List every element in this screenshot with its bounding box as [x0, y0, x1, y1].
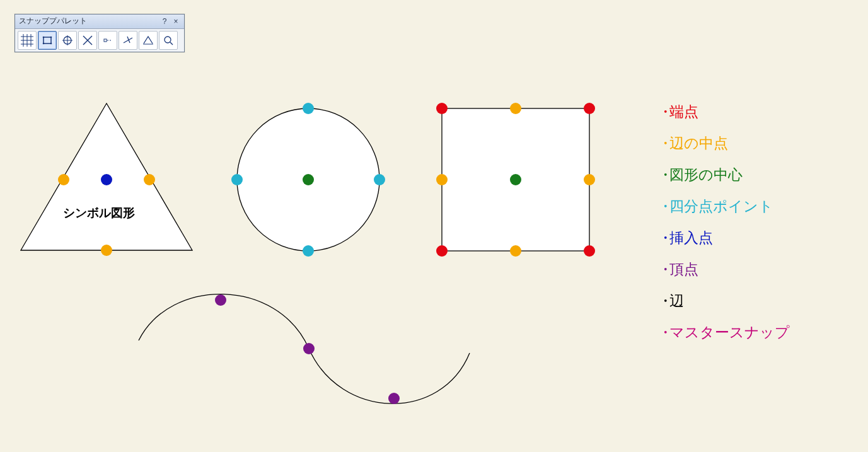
svg-rect-6 [43, 37, 51, 43]
legend-item: ・辺 [658, 294, 790, 308]
vertex-dot [303, 343, 315, 354]
vertex-dot [215, 294, 226, 306]
circle-shape [237, 108, 379, 251]
palette-toolbar [15, 29, 184, 52]
midpoint-dot [510, 103, 521, 114]
circle-dots [231, 103, 385, 257]
legend-bullet: ・ [658, 325, 669, 340]
svg-point-10 [50, 43, 52, 45]
insertion-dot [101, 174, 112, 185]
midpoint-dot [144, 174, 155, 185]
palette-close-button[interactable]: × [171, 17, 180, 26]
midpoint-dot [510, 245, 521, 257]
curve-shape [139, 294, 470, 404]
triangle-label: シンボル図形 [63, 205, 135, 221]
legend-label: 端点 [669, 103, 698, 120]
center-dot [303, 174, 314, 185]
legend-label: 図形の中心 [669, 166, 743, 183]
endpoint-dot [584, 103, 595, 114]
legend-item: ・辺の中点 [658, 136, 790, 151]
legend: ・端点・辺の中点・図形の中心・四分点ポイント・挿入点・頂点・辺・マスタースナップ [658, 105, 790, 357]
legend-bullet: ・ [658, 199, 669, 214]
legend-item: ・四分点ポイント [658, 199, 790, 214]
quadrant-dot [303, 103, 314, 114]
midpoint-dot [584, 174, 595, 185]
legend-label: マスタースナップ [669, 324, 790, 340]
svg-point-9 [43, 43, 45, 45]
legend-label: 辺の中点 [669, 135, 728, 151]
triangle-shape [21, 103, 192, 250]
curve-dots [215, 294, 400, 404]
legend-label: 頂点 [669, 261, 698, 277]
palette-help-button[interactable]: ? [160, 17, 169, 26]
quadrant-dot [231, 174, 243, 185]
legend-bullet: ・ [658, 231, 669, 245]
snap-palette: スナッププパレット ? × [14, 14, 185, 52]
midpoint-dot [436, 174, 448, 185]
quadrant-dot [374, 174, 385, 185]
endpoint-dot [436, 103, 448, 114]
vertex-dot [388, 393, 400, 404]
legend-label: 四分点ポイント [669, 198, 773, 214]
midpoint-dot [58, 174, 69, 185]
legend-bullet: ・ [658, 168, 669, 182]
legend-bullet: ・ [658, 136, 669, 151]
legend-bullet: ・ [658, 294, 669, 308]
svg-point-21 [165, 37, 171, 43]
snap-tangent-tool[interactable] [139, 31, 158, 50]
legend-bullet: ・ [658, 262, 669, 277]
quadrant-dot [303, 245, 314, 257]
snap-grid-tool[interactable] [18, 31, 37, 50]
snap-nearest-tool[interactable] [159, 31, 178, 50]
legend-item: ・端点 [658, 105, 790, 119]
legend-bullet: ・ [658, 105, 669, 119]
svg-point-8 [50, 37, 52, 38]
snap-perp-tool[interactable] [119, 31, 137, 50]
midpoint-dot [101, 245, 112, 256]
svg-rect-16 [104, 39, 107, 42]
palette-title: スナッププパレット [19, 16, 87, 26]
legend-item: ・頂点 [658, 262, 790, 277]
center-dot [510, 174, 521, 185]
legend-item: ・マスタースナップ [658, 325, 790, 340]
svg-line-22 [170, 42, 173, 45]
legend-label: 辺 [669, 293, 684, 309]
snap-object-tool[interactable] [38, 31, 57, 50]
legend-item: ・挿入点 [658, 231, 790, 245]
snap-point-tool[interactable] [98, 31, 117, 50]
square-shape [442, 108, 589, 251]
endpoint-dot [436, 245, 448, 257]
legend-item: ・図形の中心 [658, 168, 790, 182]
snap-intersect-tool[interactable] [78, 31, 97, 50]
legend-label: 挿入点 [669, 229, 713, 246]
palette-titlebar[interactable]: スナッププパレット ? × [15, 14, 184, 29]
endpoint-dot [584, 245, 595, 257]
snap-center-tool[interactable] [58, 31, 77, 50]
square-dots [436, 103, 595, 257]
svg-point-7 [43, 37, 45, 38]
